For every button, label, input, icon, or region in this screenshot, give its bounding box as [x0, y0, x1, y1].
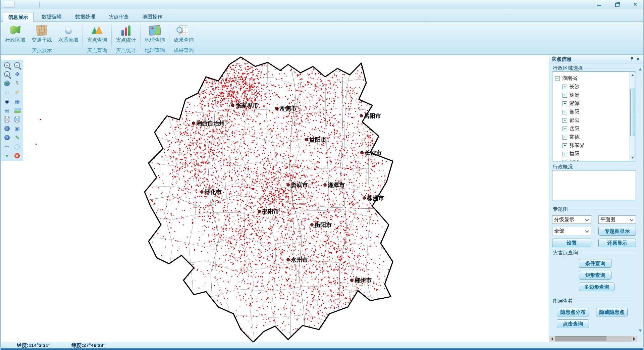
ribbon-group: 地理查询地理查询 [141, 22, 169, 54]
settings-button[interactable]: 设置 [552, 239, 591, 247]
panel-scroll-up[interactable] [639, 66, 642, 70]
image-view-tool[interactable] [13, 106, 22, 114]
road-map-icon [36, 24, 47, 36]
info-tool[interactable]: i [2, 124, 12, 133]
quick-access-toolbar[interactable] [3, 1, 15, 8]
close-button[interactable]: ✕ [631, 1, 639, 8]
expand-box-icon[interactable]: + [562, 85, 567, 89]
restore-display-button[interactable]: 还原显示 [598, 239, 636, 247]
pin-icon[interactable] [629, 57, 635, 61]
visibility-eye-tool[interactable]: ◉ [2, 97, 12, 105]
city-label: 湘潭市 [327, 182, 345, 188]
tree-node[interactable]: +长沙 [562, 83, 630, 91]
tree-node[interactable]: +张家界 [562, 141, 630, 150]
ribbon-button-road-map[interactable]: 交通干线 [29, 22, 55, 47]
click-query-button[interactable]: 点击查询 [557, 319, 589, 328]
tab-info-display[interactable]: 信息展示 [3, 12, 34, 22]
expand-box-icon[interactable]: + [562, 93, 567, 98]
stray-disaster-dot [40, 119, 41, 120]
tree-scroll-down[interactable] [630, 155, 635, 161]
thematic-show-button[interactable]: 专题图显示 [598, 227, 636, 236]
zoom-extent-tool[interactable]: ± [2, 70, 12, 78]
panel-horizontal-scrollbar[interactable] [549, 336, 637, 342]
pointer-select-tool[interactable]: ➤ [2, 152, 12, 160]
rectangle-select-tool[interactable]: ▭ [2, 143, 12, 151]
condition-query-button[interactable]: 条件查询 [579, 259, 611, 268]
tree-node[interactable]: +衡阳 [562, 108, 630, 116]
hscroll-left-arrow[interactable] [549, 336, 555, 342]
tree-node[interactable]: +株洲 [562, 91, 630, 99]
tree-node-label: 岳阳 [570, 126, 580, 132]
zoom-in-tool[interactable]: + [2, 61, 12, 69]
collapse-box-icon[interactable]: − [555, 76, 560, 81]
tree-node[interactable]: +岳阳 [562, 124, 630, 133]
hscroll-thumb[interactable] [555, 336, 606, 341]
attribute-table-tool[interactable]: ▦ [13, 97, 22, 105]
tree-node-root[interactable]: −湖南省 [555, 74, 630, 83]
ribbon-button-water-drop[interactable]: 水系流域 [55, 22, 82, 47]
tree-node[interactable]: +益阳 [562, 150, 630, 158]
tree-node[interactable]: +郴州 [562, 158, 630, 161]
expand-box-icon[interactable]: + [562, 152, 567, 156]
city-marker-icon [305, 138, 308, 141]
ribbon-button-table-search[interactable]: 成果查询 [170, 22, 197, 47]
expand-box-icon[interactable]: + [562, 143, 567, 148]
ellipse-select-tool[interactable]: ◯ [13, 143, 22, 151]
ribbon-button-map-search[interactable]: 地理查询 [142, 22, 168, 47]
tree-node[interactable]: +邵阳 [562, 116, 630, 124]
hazard-distribution-button[interactable]: 隐患点分布 [557, 308, 589, 316]
eraser-tool[interactable]: ✐ [13, 88, 22, 96]
restore-button[interactable] [613, 1, 621, 8]
tree-node[interactable]: +常德 [562, 133, 630, 141]
city-marker-icon [201, 191, 203, 193]
disaster-query-label: 灾害点查询 [553, 250, 580, 256]
panel-scroll-down[interactable] [639, 330, 642, 334]
tree-scroll-thumb[interactable] [630, 89, 635, 136]
expand-box-icon[interactable]: + [562, 101, 567, 106]
measure-tool[interactable]: ✎ [13, 134, 22, 142]
ribbon-button-region-map[interactable]: 行政区域 [2, 22, 29, 47]
pan-hand-tool[interactable]: ✥ [13, 70, 22, 78]
window-left-border [0, 0, 1, 350]
map-canvas[interactable]: +−±✥✎▱✐◉▦▤i▣?✎▭◯➤✕ 张家界市常德市岳阳市湘西自治州益阳市长沙市… [0, 55, 644, 342]
expand-box-icon[interactable]: + [562, 160, 567, 161]
draw-polygon-tool[interactable]: ▱ [2, 88, 12, 96]
tab-disaster-review[interactable]: 灾点审查 [103, 12, 134, 21]
city-label: 张家界市 [235, 102, 258, 109]
hscroll-right-arrow[interactable] [632, 336, 637, 342]
delete-tool[interactable]: ✕ [13, 152, 22, 160]
tree-scroll-up[interactable] [630, 72, 635, 78]
tree-scrollbar[interactable] [630, 72, 636, 161]
map-type-select[interactable]: 平面图 [598, 215, 636, 224]
expand-box-icon[interactable]: + [562, 127, 567, 131]
form-window-tool[interactable]: ▤ [2, 106, 12, 114]
expand-box-icon[interactable]: + [562, 110, 567, 114]
city-label: 娄底市 [290, 182, 308, 188]
tab-data-process[interactable]: 数据处理 [70, 12, 101, 21]
expand-box-icon[interactable]: + [562, 118, 567, 123]
scope-select[interactable]: 全部 [552, 227, 591, 235]
city-label: 常德市 [279, 105, 297, 112]
panel-close-icon[interactable]: ✕ [635, 57, 641, 62]
window-tool[interactable]: ▣ [13, 124, 22, 133]
full-extent-globe-tool[interactable] [2, 79, 12, 87]
print-preview-tool[interactable] [13, 115, 22, 123]
rectangle-query-button[interactable]: 矩形查询 [579, 271, 611, 280]
draw-line-tool[interactable]: ✎ [13, 79, 22, 87]
print-tool[interactable] [2, 115, 12, 123]
hunan-map[interactable]: 张家界市常德市岳阳市湘西自治州益阳市长沙市娄底市湘潭市株洲市怀化市邵阳市衡阳市永… [141, 56, 400, 342]
ribbon-button-bar-chart[interactable]: 灾点统计 [113, 22, 139, 47]
polygon-query-button[interactable]: 多边形查询 [579, 283, 614, 291]
tab-map-operate[interactable]: 地图操作 [137, 12, 168, 21]
expand-box-icon[interactable]: + [562, 135, 567, 140]
overview-textarea[interactable] [552, 170, 636, 200]
draw-polygon-icon: ▱ [5, 89, 9, 96]
level-display-select[interactable]: 分级显示 [552, 215, 591, 224]
tree-node[interactable]: +湘潭 [562, 99, 630, 108]
ribbon-button-mountain-search[interactable]: 灾点查询 [84, 22, 110, 47]
hide-hazard-button[interactable]: 隐藏隐患点 [596, 308, 628, 316]
help-tool[interactable]: ? [2, 134, 12, 142]
zoom-out-tool[interactable]: − [13, 61, 22, 69]
minimize-button[interactable] [595, 1, 603, 8]
tab-data-edit[interactable]: 数据编辑 [36, 12, 67, 21]
